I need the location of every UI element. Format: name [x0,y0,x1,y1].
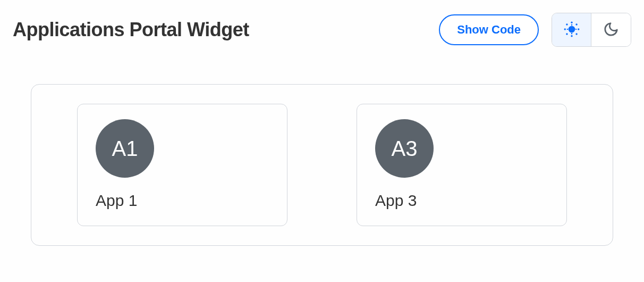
app-card[interactable]: A3 App 3 [357,104,567,226]
app-avatar: A3 [375,119,434,178]
moon-icon [603,21,619,39]
svg-point-7 [566,33,567,35]
svg-point-1 [571,21,572,23]
show-code-button[interactable]: Show Code [439,14,539,45]
header: Applications Portal Widget Show Code [13,13,631,47]
theme-dark-button[interactable] [591,13,631,46]
svg-point-8 [575,33,577,35]
app-card[interactable]: A1 App 1 [77,104,287,226]
svg-point-5 [566,23,567,25]
sun-icon [563,20,581,40]
app-avatar: A1 [96,119,154,178]
theme-light-button[interactable] [552,13,591,46]
svg-point-2 [571,35,572,37]
svg-point-0 [568,26,575,32]
svg-point-6 [575,23,577,25]
page-title: Applications Portal Widget [13,19,249,41]
app-label: App 1 [96,192,269,210]
apps-grid: A1 App 1 A3 App 3 [77,104,567,226]
header-actions: Show Code [439,13,631,47]
theme-toggle [552,13,631,47]
svg-point-4 [578,28,579,30]
apps-panel: A1 App 1 A3 App 3 [31,84,613,246]
app-label: App 3 [375,192,548,210]
svg-point-3 [564,28,565,30]
